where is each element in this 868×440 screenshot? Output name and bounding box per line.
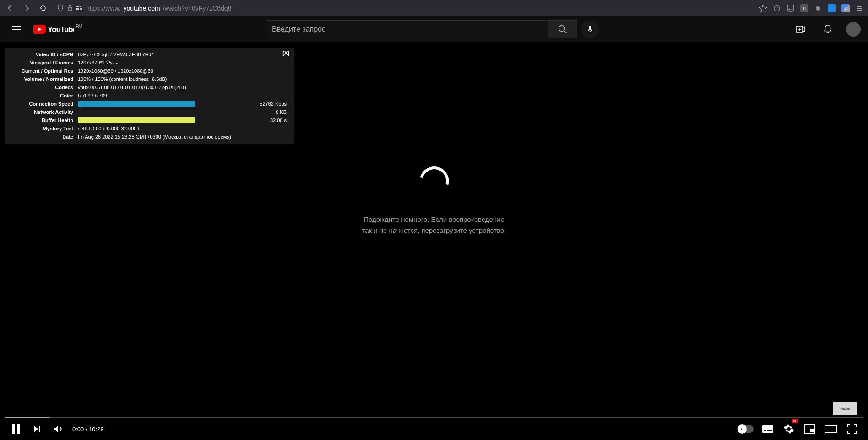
svg-rect-2 [76,8,79,10]
guide-menu-button[interactable] [7,20,26,38]
stats-close-button[interactable]: [X] [282,50,289,56]
stats-value: Fri Aug 26 2022 15:23:28 GMT+0300 (Москв… [78,133,290,141]
svg-rect-0 [68,7,72,10]
stats-value: 1920x1080@60 / 1920x1080@60 [78,67,290,75]
channel-watermark[interactable]: Guide [833,402,857,415]
svg-rect-32 [825,425,837,433]
stats-label: Color [9,91,78,100]
back-button[interactable] [4,2,16,15]
stats-value: 8vFy7zC6dq8 / VHWJ ZE30 7HJ4 [78,50,290,59]
wait-line-2: так и не начнется, перезагрузите устройс… [362,225,506,236]
volume-button[interactable] [48,418,69,440]
stats-value: 0 KB [235,108,290,116]
wait-message: Подождите немного. Если воспроизведение … [362,214,506,236]
forward-button[interactable] [20,2,33,15]
svg-rect-4 [80,8,82,10]
subtitles-button[interactable] [757,418,778,440]
url-path: /watch?v=8vFy7zC6dq8 [163,5,232,12]
player-controls: 0:00 / 10:29 HD [0,418,868,440]
svg-rect-29 [767,430,772,431]
miniplayer-button[interactable] [799,418,820,440]
loading-state: Подождите немного. Если воспроизведение … [362,166,506,236]
svg-rect-27 [762,425,773,433]
svg-rect-24 [39,426,40,432]
stats-value: 1207x679*1.25 / - [78,59,290,67]
stats-label: Codecs [9,83,78,91]
lock-icon [67,5,73,12]
stats-label: Volume / Normalized [9,75,78,83]
youtube-masthead: YouTube RU Введите запрос [0,16,868,42]
svg-rect-31 [810,429,814,432]
svg-point-5 [774,5,780,11]
shield-icon [57,4,64,13]
buffer-health-bar [78,117,195,123]
stats-label: Date [9,133,78,141]
pause-button[interactable] [5,418,27,440]
voice-search-button[interactable] [581,20,599,38]
time-display: 0:00 / 10:29 [72,426,104,433]
stats-value: 52762 Kbps [235,100,290,108]
toolbar-extensions: u A [758,3,864,13]
url-scheme: https://www. [86,5,120,12]
svg-rect-3 [80,6,81,7]
fullscreen-button[interactable] [841,418,863,440]
network-activity-bar [78,109,195,115]
stats-label: Network Activity [9,108,78,116]
video-player: [X] Video ID / sCPN8vFy7zC6dq8 / VHWJ ZE… [0,42,868,440]
address-bar[interactable]: https://www.youtube.com/watch?v=8vFy7zC6… [53,4,754,13]
svg-point-8 [792,9,793,10]
translate-icon[interactable]: A [841,3,851,13]
stats-label: Buffer Health [9,116,78,124]
url-domain: youtube.com [123,5,160,12]
app-menu-icon[interactable] [854,3,864,13]
bookmark-star-icon[interactable] [758,3,768,13]
stats-panel: [X] Video ID / sCPN8vFy7zC6dq8 / VHWJ ZE… [5,48,294,144]
svg-rect-1 [76,6,79,7]
svg-line-18 [564,31,567,33]
extension-icon-1[interactable] [772,3,782,13]
reload-button[interactable] [37,2,49,15]
stats-label: Viewport / Frames [9,59,78,67]
search-button[interactable] [548,20,577,38]
svg-point-7 [789,9,790,10]
stats-label: Current / Optimal Res [9,67,78,75]
stats-label: Video ID / sCPN [9,50,78,59]
svg-rect-22 [12,424,15,434]
stats-value: s:49 t:0.00 b:0.000-32.000 L [78,124,290,133]
hd-badge: HD [792,419,798,423]
search-placeholder: Введите запрос [272,25,326,33]
stats-value: 32.00 s [235,116,290,124]
svg-rect-28 [764,430,766,431]
extension-icon-2[interactable] [786,3,796,13]
extension-icon-3[interactable] [813,3,823,13]
svg-rect-6 [787,5,794,11]
search-input[interactable]: Введите запрос [266,20,548,38]
stats-value: bt709 / bt709 [78,91,290,100]
ublock-icon[interactable]: u [799,3,809,13]
notifications-button[interactable] [819,20,837,38]
svg-rect-23 [17,424,20,434]
avatar[interactable] [846,22,861,37]
theater-mode-button[interactable] [820,418,841,440]
youtube-logo[interactable]: YouTube RU [33,25,74,34]
create-button[interactable] [791,20,809,38]
spinner-icon [414,161,454,201]
next-button[interactable] [27,418,48,440]
svg-rect-26 [743,428,743,430]
permissions-icon [76,5,83,12]
svg-text:YouTube: YouTube [48,25,74,34]
stats-value: 100% / 100% (content loudness -6.5dB) [78,75,290,83]
stats-label: Connection Speed [9,100,78,108]
extension-icon-4[interactable] [827,3,837,13]
autoplay-thumb-icon [738,424,747,434]
connection-speed-bar [78,101,195,107]
stats-value: vp09.00.51.08.01.01.01.01.00 (303) / opu… [78,83,290,91]
svg-rect-25 [741,428,742,430]
stats-label: Mystery Text [9,124,78,133]
browser-toolbar: https://www.youtube.com/watch?v=8vFy7zC6… [0,0,868,16]
settings-button[interactable]: HD [778,418,799,440]
logo-region: RU [76,24,82,29]
svg-point-17 [559,26,565,32]
autoplay-toggle[interactable] [737,425,754,433]
wait-line-1: Подождите немного. Если воспроизведение [362,214,506,225]
